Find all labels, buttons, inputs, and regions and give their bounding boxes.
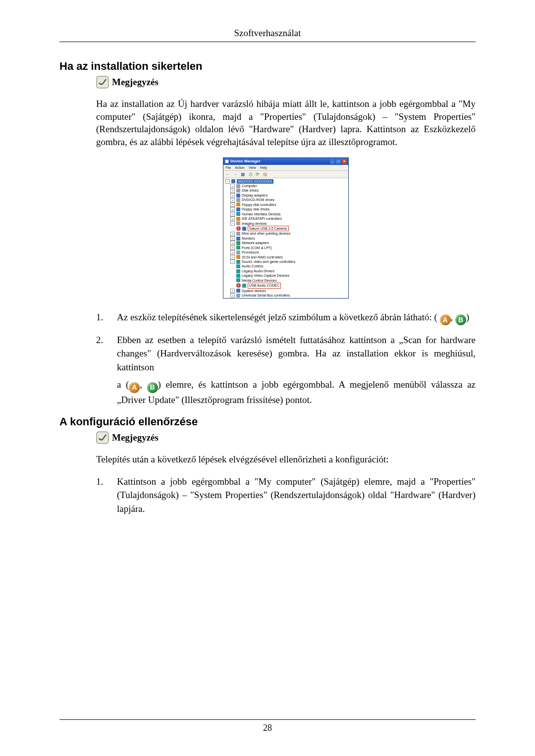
tree-root[interactable]: WSXXXX-XXXXXXXX: [237, 179, 273, 184]
computer-icon: [236, 184, 240, 188]
tree-expand-icon[interactable]: +: [230, 216, 235, 221]
tree-item-saturn[interactable]: Saturn USB 2.0 Camera.: [248, 226, 289, 231]
tree-item[interactable]: Disk drives: [242, 188, 259, 193]
tree-expand-icon[interactable]: +: [230, 241, 235, 245]
tree-expand-icon[interactable]: +: [230, 212, 235, 216]
menu-file[interactable]: File: [225, 166, 231, 169]
sound-icon: [236, 260, 240, 264]
note-icon: [96, 431, 109, 444]
window-app-icon: [225, 159, 229, 163]
tree-item[interactable]: Mice and other pointing devices: [242, 231, 290, 236]
system-icon: [236, 289, 240, 293]
tree-item[interactable]: Floppy disk controllers: [242, 202, 276, 207]
section1-intro: Ha az installation az Új hardver varázsl…: [96, 98, 476, 149]
tree-item[interactable]: Imaging devices: [242, 221, 267, 226]
floppydrv-icon: [236, 207, 240, 211]
page-header-title: Szoftverhasználat: [59, 28, 476, 39]
codec-icon: [236, 269, 240, 273]
step1-text-pre: Az eszköz telepítésének sikertelenségét …: [117, 312, 437, 322]
tree-expand-icon[interactable]: +: [230, 250, 235, 254]
window-maximize-icon[interactable]: □: [336, 159, 341, 164]
hid-icon: [236, 212, 240, 216]
badge-b-icon: B: [147, 382, 158, 393]
tree-item[interactable]: Media Control Devices: [242, 278, 276, 283]
tree-expand-icon[interactable]: +: [230, 207, 235, 211]
toolbar-forward-icon[interactable]: →: [233, 172, 238, 177]
note-label-2: Megjegyzés: [112, 432, 159, 443]
tree-item[interactable]: Computer: [242, 184, 257, 188]
tree-expand-icon[interactable]: +: [230, 293, 235, 298]
menu-view[interactable]: View: [249, 166, 256, 169]
window-minimize-icon[interactable]: _: [330, 159, 335, 164]
device-manager-screenshot: Device Manager _ □ × File Action View He…: [96, 157, 476, 299]
window-titlebar: Device Manager _ □ ×: [223, 158, 348, 165]
tree-item[interactable]: Sound, video and game controllers: [242, 259, 295, 264]
tree-expand-icon[interactable]: +: [230, 198, 235, 202]
step2-1-text: Kattintson a jobb egérgombbal a "My comp…: [117, 475, 476, 516]
tree-item[interactable]: Processors: [242, 250, 259, 254]
window-menu: File Action View Help: [223, 165, 348, 171]
note-label-1: Megjegyzés: [112, 77, 159, 88]
tree-item[interactable]: Universal Serial Bus controllers: [242, 293, 290, 298]
display-icon: [236, 194, 240, 198]
tree-expand-icon[interactable]: +: [230, 289, 235, 293]
tree-item[interactable]: Legacy Video Capture Devices: [242, 273, 289, 278]
tree-collapse-icon[interactable]: −: [225, 179, 230, 184]
tree-item[interactable]: SCSI and RAID controllers: [242, 255, 283, 259]
tree-item[interactable]: Floppy disk drives: [242, 207, 269, 211]
network-icon: [236, 241, 240, 245]
tree-expand-icon[interactable]: +: [230, 246, 235, 250]
toolbar-grid-icon[interactable]: ▦: [240, 172, 245, 177]
page-footer: 28: [59, 719, 476, 733]
tree-item[interactable]: Ports (COM & LPT): [242, 246, 272, 250]
tree-item-usbaudio[interactable]: USB Audio CODEC: [248, 283, 281, 288]
window-toolbar: ← → ▦ ⎙ ⟳ ▤: [223, 171, 348, 178]
ide-icon: [236, 217, 240, 221]
tree-expand-icon[interactable]: +: [230, 189, 235, 193]
computer-root-icon: [231, 179, 235, 183]
toolbar-prop-icon[interactable]: ▤: [263, 172, 268, 177]
tree-item[interactable]: System devices: [242, 289, 266, 293]
tree-item[interactable]: Display adapters: [242, 193, 268, 198]
codec-icon: [236, 278, 240, 282]
window-close-icon[interactable]: ×: [342, 159, 347, 164]
tree-expand-icon[interactable]: +: [230, 236, 235, 241]
tree-expand-icon[interactable]: +: [230, 232, 235, 236]
badge-a-icon: A: [129, 382, 140, 393]
tree-item[interactable]: IDE ATA/ATAPI controllers: [242, 216, 282, 221]
step2-text-mid: ,: [140, 379, 147, 390]
menu-action[interactable]: Action: [235, 166, 244, 169]
step2-para1: Ebben az esetben a telepítő varázsló ism…: [117, 333, 476, 374]
cpu-icon: [236, 251, 240, 254]
tree-expand-icon[interactable]: +: [230, 184, 235, 188]
tree-collapse-icon[interactable]: −: [230, 259, 235, 264]
step-2: Ebben az esetben a telepítő varázsló ism…: [96, 333, 476, 406]
badge-a-icon: A: [440, 314, 451, 325]
error-icon: !: [236, 283, 241, 288]
toolbar-back-icon[interactable]: ←: [225, 172, 230, 177]
menu-help[interactable]: Help: [260, 166, 267, 169]
tree-item[interactable]: Audio Codecs: [242, 264, 264, 268]
steps-list-2: Kattintson a jobb egérgombbal a "My comp…: [96, 475, 476, 516]
toolbar-print-icon[interactable]: ⎙: [248, 172, 253, 177]
note-line-1: Megjegyzés: [96, 76, 476, 89]
tree-item[interactable]: Network adapters: [242, 241, 269, 245]
note-icon: [96, 76, 109, 89]
tree-item[interactable]: DVD/CD-ROM drives: [242, 198, 274, 202]
disk-icon: [236, 189, 240, 193]
camera-icon: [242, 227, 246, 231]
section1-heading: Ha az installation sikertelen: [59, 60, 476, 73]
tree-expand-icon[interactable]: +: [230, 255, 235, 259]
tree-expand-icon[interactable]: +: [230, 202, 235, 207]
tree-expand-icon[interactable]: +: [230, 193, 235, 198]
toolbar-refresh-icon[interactable]: ⟳: [255, 172, 260, 177]
tree-item[interactable]: Human Interface Devices: [242, 212, 281, 216]
device-manager-window: Device Manager _ □ × File Action View He…: [223, 157, 349, 299]
tree-item[interactable]: Legacy Audio Drivers: [242, 269, 274, 273]
tree-item[interactable]: Monitors: [242, 236, 255, 241]
step-1: Az eszköz telepítésének sikertelenségét …: [96, 310, 476, 325]
ports-icon: [236, 246, 240, 250]
tree-collapse-icon[interactable]: −: [230, 221, 235, 226]
header-rule: [59, 42, 476, 42]
codec-icon: [236, 274, 240, 278]
